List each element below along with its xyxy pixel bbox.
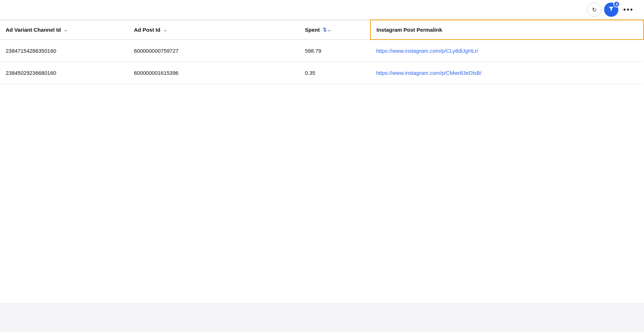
col-header-permalink: Instagram Post Permalink <box>370 20 644 40</box>
col-header-permalink-label: Instagram Post Permalink <box>376 27 442 33</box>
table-row: 23845029236680160 600000001615396 0.35 h… <box>0 62 644 84</box>
cell-spent: 598.79 <box>299 40 370 62</box>
refresh-icon: ↻ <box>592 6 597 13</box>
cell-permalink[interactable]: https://www.instagram.com/p/CLy8dlJgHLr/ <box>370 40 644 62</box>
col-header-spent-label: Spent <box>305 27 320 33</box>
col-header-channel-id-label: Ad Variant Channel Id <box>6 27 61 33</box>
cell-channel-id: 23847154286350160 <box>0 40 128 62</box>
refresh-button[interactable]: ↻ <box>587 2 601 17</box>
table-row: 23847154286350160 600000000759727 598.79… <box>0 40 644 62</box>
col-header-channel-id[interactable]: Ad Variant Channel Id ⌄ <box>0 20 128 40</box>
col-post-id-chevron-icon[interactable]: ⌄ <box>163 27 167 32</box>
more-button[interactable]: ••• <box>621 2 635 17</box>
permalink-link[interactable]: https://www.instagram.com/p/CMwr83eDlsB/ <box>376 70 482 76</box>
col-header-post-id[interactable]: Ad Post Id ⌄ <box>128 20 299 40</box>
cell-spent: 0.35 <box>299 62 370 84</box>
col-spent-chevron-icon[interactable]: ⌄ <box>327 27 331 32</box>
col-header-spent[interactable]: Spent ⇅ ⌄ <box>299 20 370 40</box>
filter-icon <box>608 6 614 14</box>
cell-post-id: 600000001615396 <box>128 62 299 84</box>
cell-channel-id: 23845029236680160 <box>0 62 128 84</box>
filter-button[interactable]: 4 <box>604 2 618 17</box>
toolbar: ↻ 4 ••• <box>0 0 644 20</box>
col-spent-sort-icon[interactable]: ⇅ <box>323 27 327 32</box>
filter-badge: 4 <box>613 1 620 7</box>
table-header-row: Ad Variant Channel Id ⌄ Ad Post Id ⌄ Spe… <box>0 20 644 40</box>
col-header-post-id-label: Ad Post Id <box>134 27 160 33</box>
data-table: Ad Variant Channel Id ⌄ Ad Post Id ⌄ Spe… <box>0 20 644 84</box>
cell-post-id: 600000000759727 <box>128 40 299 62</box>
permalink-link[interactable]: https://www.instagram.com/p/CLy8dlJgHLr/ <box>376 48 478 54</box>
footer-bar <box>0 304 644 332</box>
cell-permalink[interactable]: https://www.instagram.com/p/CMwr83eDlsB/ <box>370 62 644 84</box>
more-icon: ••• <box>623 5 633 14</box>
col-channel-id-chevron-icon[interactable]: ⌄ <box>64 27 67 32</box>
